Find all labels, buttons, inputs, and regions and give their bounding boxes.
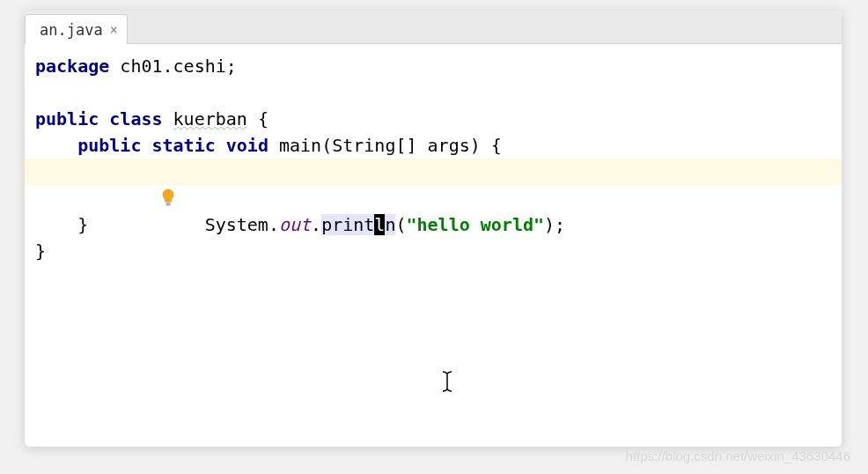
- close-brace: }: [35, 241, 46, 262]
- code-line-8[interactable]: }: [25, 238, 842, 264]
- keyword-public: public: [35, 108, 99, 130]
- keyword-public: public: [77, 135, 141, 156]
- close-icon[interactable]: ×: [110, 22, 118, 38]
- code-line-4[interactable]: public static void main(String[] args) {: [25, 132, 842, 159]
- code-content: package ch01.ceshi; public class kuerban…: [25, 53, 842, 264]
- code-line-5-current[interactable]: System.out.println("hello world");: [25, 159, 842, 185]
- keyword-static: static: [151, 135, 215, 156]
- close-brace: }: [77, 214, 88, 235]
- class-name: kuerban: [173, 108, 247, 130]
- keyword-package: package: [35, 56, 109, 77]
- watermark-text: https://blog.csdn.net/weixin_43630446: [626, 448, 850, 463]
- tab-filename: an.java: [40, 21, 103, 39]
- code-line-6[interactable]: [25, 185, 842, 211]
- lightbulb-icon[interactable]: [55, 162, 70, 181]
- file-tab[interactable]: an.java ×: [25, 14, 128, 44]
- code-line-1[interactable]: package ch01.ceshi;: [25, 53, 842, 79]
- code-line-3[interactable]: public class kuerban {: [25, 106, 842, 132]
- keyword-void: void: [226, 135, 268, 156]
- keyword-class: class: [109, 108, 162, 130]
- code-editor[interactable]: package ch01.ceshi; public class kuerban…: [25, 44, 842, 447]
- tab-bar: an.java ×: [25, 11, 842, 44]
- package-name: ch01.ceshi;: [109, 56, 237, 77]
- code-line-2[interactable]: [25, 79, 842, 106]
- code-line-7[interactable]: }: [25, 211, 842, 238]
- method-signature: main(String[] args) {: [268, 135, 502, 156]
- editor-window: an.java × package ch01.ceshi; public cla…: [25, 11, 842, 447]
